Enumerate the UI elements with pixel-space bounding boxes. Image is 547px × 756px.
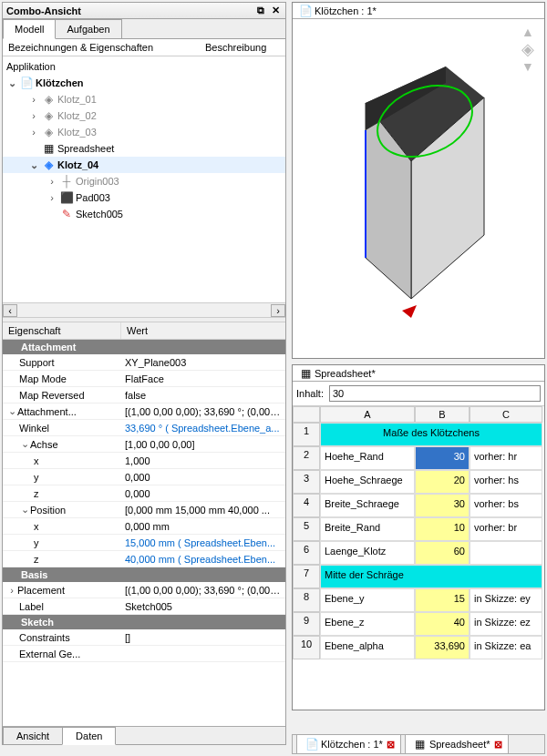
- cell[interactable]: 15: [415, 588, 470, 612]
- dock-button[interactable]: ⧉: [254, 5, 267, 17]
- tree-spreadsheet[interactable]: ▦Spreadsheet: [3, 140, 285, 157]
- tree-root[interactable]: ⌄ 📄 Klötzchen: [3, 75, 285, 91]
- tree-item[interactable]: ›◈Klotz_03: [3, 124, 285, 140]
- cell[interactable]: Hoehe_Rand: [320, 446, 415, 470]
- merged-cell[interactable]: Mitte der Schräge: [320, 565, 542, 588]
- expand-icon[interactable]: ›: [28, 127, 39, 138]
- expand-icon[interactable]: ›: [28, 94, 39, 105]
- prop-row[interactable]: LabelSketch005: [3, 598, 285, 615]
- row-header[interactable]: 3: [293, 470, 320, 494]
- tab-daten[interactable]: Daten: [62, 727, 116, 745]
- prop-row[interactable]: Map Reversedfalse: [3, 387, 285, 404]
- tree-active-body[interactable]: ⌄◈Klotz_04: [3, 157, 285, 173]
- prop-row[interactable]: z0,000: [3, 485, 285, 502]
- cell[interactable]: Breite_Rand: [320, 517, 415, 541]
- col-bezeichnungen[interactable]: Bezeichnungen & Eigenschaften: [3, 39, 200, 56]
- prop-row[interactable]: Map ModeFlatFace: [3, 371, 285, 387]
- prop-row[interactable]: y0,000: [3, 469, 285, 485]
- tree-item[interactable]: ›◈Klotz_01: [3, 91, 285, 107]
- tab-aufgaben[interactable]: Aufgaben: [55, 19, 121, 38]
- tab-modell[interactable]: Modell: [3, 19, 56, 39]
- col-beschreibung[interactable]: Beschreibung: [200, 39, 272, 56]
- cell[interactable]: vorher: br: [470, 517, 542, 541]
- prop-row[interactable]: SupportXY_Plane003: [3, 354, 285, 371]
- scroll-right-icon[interactable]: ›: [271, 304, 285, 317]
- tree-hscroll[interactable]: ‹›: [3, 302, 285, 317]
- row-header[interactable]: 4: [293, 494, 320, 517]
- cell[interactable]: 40: [415, 612, 470, 636]
- cell[interactable]: Laenge_Klotz: [320, 541, 415, 565]
- expand-icon[interactable]: ⌄: [19, 504, 30, 516]
- prop-row[interactable]: ⌄Position[0,000 mm 15,000 mm 40,000 ...: [3, 502, 285, 518]
- prop-col-value[interactable]: Wert: [121, 322, 285, 339]
- cell[interactable]: vorher: hr: [470, 446, 542, 470]
- row-header[interactable]: 7: [293, 565, 320, 588]
- cell[interactable]: Ebene_y: [320, 588, 415, 612]
- merged-cell[interactable]: Maße des Klötzchens: [320, 423, 542, 446]
- expand-icon[interactable]: ⌄: [6, 405, 17, 417]
- prop-row[interactable]: ⌄Achse[1,00 0,00 0,00]: [3, 436, 285, 453]
- expand-icon[interactable]: ›: [46, 176, 57, 187]
- row-header[interactable]: 9: [293, 612, 320, 636]
- prop-row[interactable]: y15,000 mm ( Spreadsheet.Eben...: [3, 535, 285, 551]
- row-header[interactable]: 1: [293, 423, 320, 446]
- row-header[interactable]: 10: [293, 636, 320, 659]
- cell[interactable]: Hoehe_Schraege: [320, 470, 415, 494]
- prop-row[interactable]: x1,000: [3, 453, 285, 469]
- prop-row[interactable]: Winkel33,690 ° ( Spreadsheet.Ebene_a...: [3, 420, 285, 436]
- cell[interactable]: 30: [415, 446, 470, 470]
- expand-icon[interactable]: ›: [46, 192, 57, 203]
- tree-child[interactable]: ›┼Origin003: [3, 173, 285, 189]
- cell[interactable]: 30: [415, 494, 470, 517]
- doc-tab[interactable]: 📄Klötzchen : 1*⊠: [296, 734, 401, 754]
- doc-tab[interactable]: ▦Spreadsheet*⊠: [405, 734, 509, 754]
- tree-item[interactable]: ›◈Klotz_02: [3, 107, 285, 124]
- close-icon[interactable]: ⊠: [494, 739, 502, 751]
- cell[interactable]: 20: [415, 470, 470, 494]
- prop-row[interactable]: Constraints[]: [3, 629, 285, 646]
- cell[interactable]: in Skizze: ea: [470, 636, 542, 659]
- cell[interactable]: Ebene_z: [320, 612, 415, 636]
- cell[interactable]: Ebene_alpha: [320, 636, 415, 659]
- cell-content-input[interactable]: [329, 385, 541, 402]
- expand-icon[interactable]: ⌄: [6, 77, 17, 89]
- prop-row[interactable]: ›Placement[(1,00 0,00 0,00); 33,690 °; (…: [3, 582, 285, 598]
- row-header[interactable]: 5: [293, 517, 320, 541]
- col-header-a[interactable]: A: [320, 406, 415, 423]
- 3d-viewport[interactable]: 📄 Klötzchen : 1* ▲ ◈ ▼: [292, 2, 545, 359]
- prop-row[interactable]: ⌄Attachment...[(1,00 0,00 0,00); 33,690 …: [3, 404, 285, 420]
- expand-icon[interactable]: ›: [6, 585, 17, 596]
- tab-ansicht[interactable]: Ansicht: [3, 727, 63, 744]
- cell[interactable]: vorher: hs: [470, 470, 542, 494]
- 3d-model[interactable]: [338, 39, 502, 331]
- nav-down-icon[interactable]: ▼: [517, 59, 539, 74]
- expand-icon[interactable]: ⌄: [28, 159, 39, 171]
- tree-sketch[interactable]: ✎Sketch005: [3, 206, 285, 222]
- cell[interactable]: in Skizze: ey: [470, 588, 542, 612]
- corner-cell[interactable]: [293, 406, 320, 423]
- prop-row[interactable]: External Ge...: [3, 646, 285, 662]
- spreadsheet-grid[interactable]: A B C 1 Maße des Klötzchens 2Hoehe_Rand3…: [293, 405, 544, 659]
- cell[interactable]: 10: [415, 517, 470, 541]
- close-icon[interactable]: ⊠: [387, 739, 395, 751]
- cell[interactable]: [470, 541, 542, 565]
- row-header[interactable]: 2: [293, 446, 320, 470]
- close-button[interactable]: ✕: [269, 5, 282, 17]
- prop-row[interactable]: z40,000 mm ( Spreadsheet.Eben...: [3, 551, 285, 567]
- tree-child[interactable]: ›⬛Pad003: [3, 189, 285, 206]
- expand-icon[interactable]: ⌄: [19, 438, 30, 450]
- expand-icon[interactable]: ›: [28, 110, 39, 121]
- cell[interactable]: 33,690: [415, 636, 470, 659]
- row-header[interactable]: 8: [293, 588, 320, 612]
- nav-up-icon[interactable]: ▲: [517, 25, 539, 39]
- row-header[interactable]: 6: [293, 541, 320, 565]
- col-header-c[interactable]: C: [470, 406, 542, 423]
- nav-controls[interactable]: ▲ ◈ ▼: [517, 25, 539, 79]
- cell[interactable]: in Skizze: ez: [470, 612, 542, 636]
- scroll-left-icon[interactable]: ‹: [3, 304, 17, 317]
- prop-row[interactable]: x0,000 mm: [3, 518, 285, 535]
- col-header-b[interactable]: B: [415, 406, 470, 423]
- cell[interactable]: 60: [415, 541, 470, 565]
- prop-col-name[interactable]: Eigenschaft: [3, 322, 121, 339]
- cell[interactable]: vorher: bs: [470, 494, 542, 517]
